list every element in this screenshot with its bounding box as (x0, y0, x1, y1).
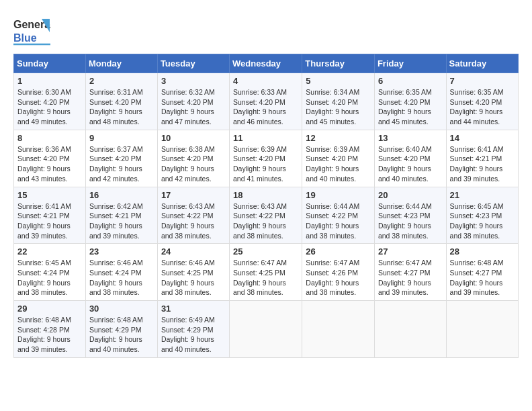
logo-icon: General Blue (13, 13, 50, 47)
sunrise-label: Sunrise: 6:30 AM (17, 88, 71, 96)
sunset-label: Sunset: 4:28 PM (17, 326, 70, 334)
page-header: General Blue (13, 13, 519, 47)
day-info: Sunrise: 6:44 AM Sunset: 4:23 PM Dayligh… (378, 201, 443, 241)
svg-text:Blue: Blue (13, 32, 37, 44)
day-info: Sunrise: 6:32 AM Sunset: 4:20 PM Dayligh… (161, 87, 226, 127)
daylight-label: Daylight: 9 hours and 49 minutes. (17, 107, 71, 126)
calendar-cell: 15 Sunrise: 6:41 AM Sunset: 4:21 PM Dayl… (14, 187, 86, 244)
day-number: 26 (306, 246, 371, 257)
day-info: Sunrise: 6:45 AM Sunset: 4:24 PM Dayligh… (17, 258, 82, 298)
day-number: 20 (378, 190, 443, 200)
calendar-week-row: 1 Sunrise: 6:30 AM Sunset: 4:20 PM Dayli… (14, 73, 519, 130)
sunset-label: Sunset: 4:22 PM (161, 212, 214, 220)
day-number: 1 (17, 76, 82, 86)
daylight-label: Daylight: 9 hours and 38 minutes. (17, 279, 71, 297)
calendar-cell: 24 Sunrise: 6:46 AM Sunset: 4:25 PM Dayl… (157, 244, 229, 301)
sunrise-label: Sunrise: 6:49 AM (161, 316, 215, 324)
calendar-cell: 17 Sunrise: 6:43 AM Sunset: 4:22 PM Dayl… (157, 187, 229, 244)
calendar-cell (230, 301, 302, 358)
sunrise-label: Sunrise: 6:47 AM (306, 259, 359, 267)
sunrise-label: Sunrise: 6:43 AM (161, 202, 215, 210)
day-number: 27 (378, 246, 443, 257)
sunrise-label: Sunrise: 6:41 AM (450, 145, 504, 153)
sunset-label: Sunset: 4:20 PM (378, 154, 431, 163)
daylight-label: Daylight: 9 hours and 41 minutes. (233, 165, 286, 183)
sunrise-label: Sunrise: 6:39 AM (306, 145, 359, 153)
day-number: 31 (161, 304, 226, 314)
sunrise-label: Sunrise: 6:46 AM (161, 259, 215, 267)
calendar-cell: 14 Sunrise: 6:41 AM Sunset: 4:21 PM Dayl… (446, 130, 518, 187)
day-info: Sunrise: 6:46 AM Sunset: 4:25 PM Dayligh… (161, 258, 226, 298)
sunset-label: Sunset: 4:20 PM (306, 154, 358, 163)
day-info: Sunrise: 6:31 AM Sunset: 4:20 PM Dayligh… (89, 87, 154, 127)
sunrise-label: Sunrise: 6:39 AM (233, 145, 287, 153)
weekday-header: Saturday (446, 54, 518, 73)
calendar-cell (446, 301, 518, 358)
day-number: 18 (233, 190, 298, 200)
day-number: 24 (161, 246, 226, 257)
weekday-header: Tuesday (157, 54, 229, 73)
calendar-header: SundayMondayTuesdayWednesdayThursdayFrid… (14, 54, 519, 73)
sunset-label: Sunset: 4:20 PM (306, 98, 358, 106)
sunrise-label: Sunrise: 6:48 AM (17, 316, 71, 324)
day-info: Sunrise: 6:46 AM Sunset: 4:24 PM Dayligh… (89, 258, 154, 298)
calendar-week-row: 29 Sunrise: 6:48 AM Sunset: 4:28 PM Dayl… (14, 301, 519, 358)
day-info: Sunrise: 6:41 AM Sunset: 4:21 PM Dayligh… (450, 144, 515, 184)
day-number: 7 (450, 76, 515, 86)
sunrise-label: Sunrise: 6:33 AM (233, 88, 287, 96)
daylight-label: Daylight: 9 hours and 40 minutes. (306, 165, 359, 183)
day-number: 5 (306, 76, 371, 86)
sunset-label: Sunset: 4:20 PM (378, 98, 431, 106)
day-info: Sunrise: 6:43 AM Sunset: 4:22 PM Dayligh… (161, 201, 226, 241)
sunrise-label: Sunrise: 6:32 AM (161, 88, 215, 96)
sunset-label: Sunset: 4:21 PM (89, 212, 142, 220)
day-number: 28 (450, 246, 515, 257)
day-info: Sunrise: 6:43 AM Sunset: 4:22 PM Dayligh… (233, 201, 298, 241)
sunrise-label: Sunrise: 6:47 AM (233, 259, 287, 267)
sunrise-label: Sunrise: 6:45 AM (17, 259, 71, 267)
daylight-label: Daylight: 9 hours and 47 minutes. (161, 107, 214, 126)
day-info: Sunrise: 6:45 AM Sunset: 4:23 PM Dayligh… (450, 201, 515, 241)
sunrise-label: Sunrise: 6:48 AM (450, 259, 504, 267)
sunset-label: Sunset: 4:29 PM (89, 326, 142, 334)
sunrise-label: Sunrise: 6:35 AM (450, 88, 504, 96)
calendar-cell: 13 Sunrise: 6:40 AM Sunset: 4:20 PM Dayl… (374, 130, 446, 187)
calendar-cell: 25 Sunrise: 6:47 AM Sunset: 4:25 PM Dayl… (230, 244, 302, 301)
day-number: 22 (17, 246, 82, 257)
sunset-label: Sunset: 4:23 PM (450, 212, 502, 220)
calendar-cell: 9 Sunrise: 6:37 AM Sunset: 4:20 PM Dayli… (85, 130, 157, 187)
day-number: 4 (233, 76, 298, 86)
sunrise-label: Sunrise: 6:42 AM (89, 202, 143, 210)
day-number: 30 (89, 304, 154, 314)
sunset-label: Sunset: 4:20 PM (233, 154, 285, 163)
sunrise-label: Sunrise: 6:35 AM (378, 88, 432, 96)
day-number: 25 (233, 246, 298, 257)
calendar-week-row: 8 Sunrise: 6:36 AM Sunset: 4:20 PM Dayli… (14, 130, 519, 187)
sunrise-label: Sunrise: 6:37 AM (89, 145, 143, 153)
daylight-label: Daylight: 9 hours and 40 minutes. (89, 335, 142, 353)
day-number: 15 (17, 190, 82, 200)
sunset-label: Sunset: 4:24 PM (17, 269, 70, 277)
day-info: Sunrise: 6:49 AM Sunset: 4:29 PM Dayligh… (161, 315, 226, 355)
calendar-cell (374, 301, 446, 358)
day-number: 12 (306, 133, 371, 143)
weekday-header: Thursday (302, 54, 375, 73)
day-info: Sunrise: 6:35 AM Sunset: 4:20 PM Dayligh… (450, 87, 515, 127)
sunset-label: Sunset: 4:20 PM (450, 98, 502, 106)
day-info: Sunrise: 6:33 AM Sunset: 4:20 PM Dayligh… (233, 87, 298, 127)
day-number: 21 (450, 190, 515, 200)
sunset-label: Sunset: 4:21 PM (450, 154, 502, 163)
calendar-cell: 3 Sunrise: 6:32 AM Sunset: 4:20 PM Dayli… (157, 73, 229, 130)
day-info: Sunrise: 6:34 AM Sunset: 4:20 PM Dayligh… (306, 87, 371, 127)
calendar-cell: 22 Sunrise: 6:45 AM Sunset: 4:24 PM Dayl… (14, 244, 86, 301)
calendar-cell: 10 Sunrise: 6:38 AM Sunset: 4:20 PM Dayl… (157, 130, 229, 187)
calendar-cell: 7 Sunrise: 6:35 AM Sunset: 4:20 PM Dayli… (446, 73, 518, 130)
calendar-cell: 2 Sunrise: 6:31 AM Sunset: 4:20 PM Dayli… (85, 73, 157, 130)
day-info: Sunrise: 6:40 AM Sunset: 4:20 PM Dayligh… (378, 144, 443, 184)
day-info: Sunrise: 6:42 AM Sunset: 4:21 PM Dayligh… (89, 201, 154, 241)
daylight-label: Daylight: 9 hours and 38 minutes. (161, 279, 214, 297)
calendar-cell: 30 Sunrise: 6:48 AM Sunset: 4:29 PM Dayl… (85, 301, 157, 358)
sunset-label: Sunset: 4:25 PM (161, 269, 214, 277)
day-number: 13 (378, 133, 443, 143)
sunset-label: Sunset: 4:22 PM (233, 212, 285, 220)
